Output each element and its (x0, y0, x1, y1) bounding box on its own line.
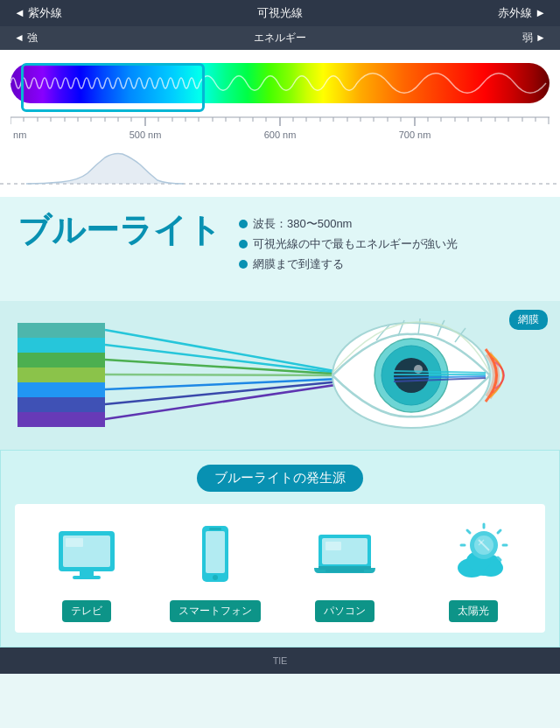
sun-icon (434, 514, 513, 593)
eye-diagram-svg (0, 301, 560, 450)
spectrum-section (0, 50, 560, 112)
uv-label: ◄ 紫外線 (14, 5, 62, 21)
svg-line-55 (105, 345, 359, 375)
source-item-tv: テレビ (25, 514, 148, 622)
sun-label: 太陽光 (449, 600, 498, 622)
svg-rect-52 (18, 397, 105, 412)
ir-label: 赤外線 ► (498, 5, 546, 21)
bluelight-title: ブルーライト (18, 213, 221, 249)
bullet-dot-1 (239, 220, 248, 228)
spectrum-wrapper (10, 63, 550, 112)
svg-text:600 nm: 600 nm (264, 130, 297, 140)
bluelight-title-row: ブルーライト 波長：380〜500nm 可視光線の中で最もエネルギーが強い光 網… (18, 213, 542, 276)
source-item-smartphone: スマートフォン (155, 514, 277, 622)
smartphone-icon (176, 514, 255, 593)
smartphone-label: スマートフォン (170, 600, 261, 622)
svg-rect-47 (18, 323, 105, 338)
svg-rect-82 (326, 570, 364, 572)
bottom-text: TlE (273, 655, 288, 666)
svg-text:400 nm: 400 nm (10, 130, 26, 140)
svg-rect-81 (326, 542, 341, 550)
svg-rect-74 (66, 538, 83, 547)
source-item-pc: パソコン (284, 514, 406, 622)
svg-rect-78 (209, 528, 221, 530)
svg-line-57 (105, 374, 359, 375)
pc-icon (305, 514, 384, 593)
tv-label: テレビ (62, 600, 111, 622)
bluelight-info-section: ブルーライト 波長：380〜500nm 可視光線の中で最もエネルギーが強い光 網… (0, 197, 560, 301)
bluelight-bullets: 波長：380〜500nm 可視光線の中で最もエネルギーが強い光 網膜まで到達する (239, 213, 458, 276)
sources-title-wrapper: ブルーライトの発生源 (15, 465, 545, 492)
svg-point-77 (213, 575, 218, 580)
svg-rect-53 (18, 412, 105, 427)
svg-rect-83 (318, 566, 371, 570)
sources-section: ブルーライトの発生源 テレビ (0, 450, 560, 648)
source-item-sun: 太陽光 (413, 514, 536, 622)
svg-rect-50 (18, 368, 105, 382)
ruler-svg: /* placeholder */ (10, 116, 550, 147)
energy-label: エネルギー (254, 31, 306, 46)
sources-grid: テレビ スマートフォン (15, 504, 545, 633)
energy-strong: ◄ 強 (14, 31, 38, 46)
energy-weak: 弱 ► (522, 31, 546, 46)
visible-label: 可視光線 (257, 5, 303, 21)
energy-bar: ◄ 強 エネルギー 弱 ► (0, 26, 560, 50)
curve-svg (0, 149, 560, 197)
bullet-energy: 可視光線の中で最もエネルギーが強い光 (239, 236, 458, 252)
bullet-retina: 網膜まで到達する (239, 256, 458, 272)
bullet-dot-2 (239, 240, 248, 248)
eye-diagram-section: 網膜 (0, 301, 560, 450)
svg-line-93 (467, 530, 470, 533)
bullet-wavelength: 波長：380〜500nm (239, 216, 458, 232)
ruler-section: /* placeholder */ (0, 112, 560, 149)
svg-rect-48 (18, 338, 105, 353)
svg-rect-51 (18, 382, 105, 397)
svg-rect-49 (18, 353, 105, 368)
svg-line-90 (498, 530, 500, 533)
sources-title: ブルーライトの発生源 (197, 465, 363, 492)
spectrum-gradient (10, 63, 550, 103)
retina-label: 網膜 (509, 310, 548, 330)
uv-curve-section (0, 149, 560, 197)
svg-text:500 nm: 500 nm (130, 130, 162, 140)
pc-label: パソコン (315, 600, 374, 622)
svg-rect-71 (73, 576, 101, 579)
svg-rect-76 (206, 531, 225, 573)
tv-icon (47, 514, 126, 593)
svg-text:700 nm: 700 nm (399, 130, 431, 140)
bullet-dot-3 (239, 260, 248, 269)
spectrum-type-header: ◄ 紫外線 可視光線 赤外線 ► (0, 0, 560, 26)
bottom-bar: TlE (0, 648, 560, 674)
svg-line-92 (498, 557, 500, 560)
